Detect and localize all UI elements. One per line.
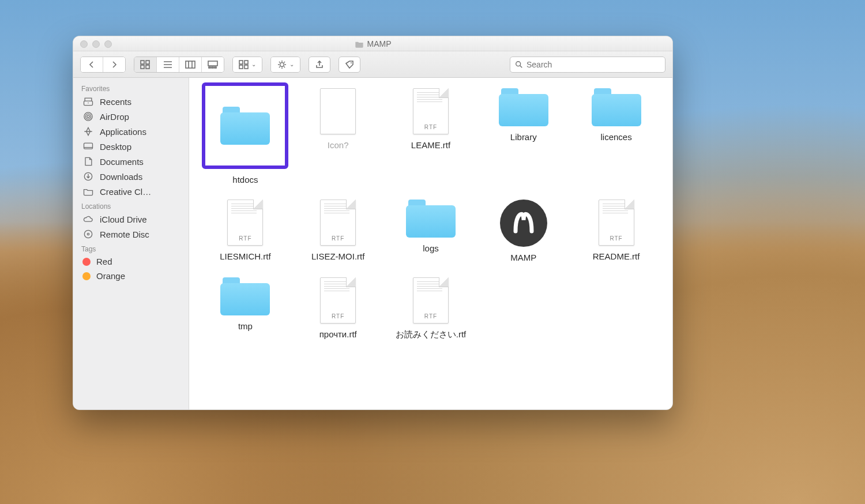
tag-dot-icon [82,272,91,280]
folder-icon [406,200,456,238]
column-view-button[interactable] [179,57,201,72]
nav-buttons [80,57,126,73]
svg-rect-11 [239,65,243,69]
file-icon-wrap: RTF [298,277,378,324]
cloud-icon [82,214,94,224]
file-icon-wrap: RTF [298,200,378,246]
file-item[interactable]: Icon? [295,88,382,185]
group-by-button[interactable]: ⌄ [233,57,262,72]
recents-icon [82,96,94,107]
sidebar-item-tag-orange[interactable]: Orange [73,269,189,283]
titlebar[interactable]: MAMP [73,36,672,51]
svg-point-15 [516,61,521,66]
sidebar-item-creative-cloud[interactable]: Creative Cl… [73,184,189,199]
tag-dot-icon [82,258,91,266]
tags-button[interactable] [339,57,360,73]
applications-icon [82,126,94,137]
svg-rect-4 [186,61,195,68]
sidebar-item-label: Orange [96,271,125,281]
action-button[interactable]: ⌄ [271,57,300,72]
zoom-button[interactable] [104,40,112,48]
file-item[interactable]: RTFREADME.rtf [573,200,660,262]
svg-rect-10 [245,61,248,64]
svg-point-17 [88,103,89,104]
file-icon-wrap: RTF [576,200,657,246]
file-name: MAMP [510,253,536,262]
file-name: お読みください.rtf [396,329,467,340]
sidebar-item-remote-disc[interactable]: Remote Disc [73,227,189,242]
back-button[interactable] [81,57,103,72]
icon-view-button[interactable] [134,57,156,72]
file-icon-wrap [576,88,657,126]
sidebar-item-desktop[interactable]: Desktop [73,139,189,154]
file-item[interactable]: tmp [202,277,289,340]
disc-icon [82,229,94,239]
file-name: Library [510,132,537,142]
svg-rect-2 [141,65,144,69]
view-mode-buttons [134,57,224,73]
forward-button[interactable] [103,57,125,72]
search-field[interactable] [510,57,665,73]
sidebar-item-label: Desktop [100,142,131,152]
svg-rect-5 [208,61,217,66]
sidebar-item-airdrop[interactable]: AirDrop [73,109,189,124]
svg-rect-6 [209,67,210,68]
file-item[interactable]: htdocs [202,88,289,185]
sidebar-section-favorites: Favorites [73,81,189,94]
svg-rect-12 [245,65,248,69]
file-name: LISEZ-MOI.rtf [311,251,365,261]
file-item[interactable]: MAMP [480,200,567,262]
sidebar-item-label: Applications [100,127,146,137]
desktop-background: MAMP ⌄ ⌄ [0,0,865,504]
gallery-view-button[interactable] [201,57,224,72]
svg-point-13 [280,62,284,66]
search-input[interactable] [526,60,660,69]
file-item[interactable]: logs [388,200,475,262]
rtf-file-icon: RTF [320,200,356,246]
svg-rect-3 [146,65,149,69]
folder-icon [220,107,270,145]
folder-icon [220,277,270,315]
list-view-button[interactable] [156,57,179,72]
svg-rect-9 [239,61,243,64]
file-icon-wrap: RTF [390,277,471,324]
file-icon-wrap [483,200,564,247]
sidebar-item-recents[interactable]: Recents [73,94,189,109]
file-icon-wrap [390,200,471,238]
file-item[interactable]: RTFпрочти.rtf [295,277,382,340]
svg-rect-21 [84,143,93,149]
rtf-file-icon: RTF [413,277,449,324]
traffic-lights [80,40,112,48]
content-area[interactable]: htdocsIcon?RTFLEAME.rtfLibrarylicencesRT… [189,78,672,409]
file-name: LIESMICH.rtf [220,251,270,261]
file-name: Icon? [328,140,349,150]
group-menu: ⌄ [232,57,262,73]
file-item[interactable]: RTFLISEZ-MOI.rtf [295,200,382,262]
svg-point-24 [87,233,89,235]
sidebar-section-tags: Tags [73,242,189,254]
sidebar-item-label: Documents [100,157,144,167]
chevron-down-icon: ⌄ [251,61,256,67]
share-button[interactable] [309,57,330,73]
folder-icon [82,186,94,197]
file-name: прочти.rtf [319,329,357,339]
sidebar-item-icloud[interactable]: iCloud Drive [73,212,189,227]
file-item[interactable]: RTFLIESMICH.rtf [202,200,289,262]
file-item[interactable]: RTFお読みください.rtf [388,277,475,340]
file-item[interactable]: RTFLEAME.rtf [388,88,475,185]
sidebar-item-label: Downloads [100,172,142,182]
file-item[interactable]: Library [480,88,567,185]
sidebar-item-applications[interactable]: Applications [73,124,189,139]
sidebar-item-documents[interactable]: Documents [73,154,189,169]
file-name: htdocs [232,175,258,185]
close-button[interactable] [80,40,88,48]
minimize-button[interactable] [92,40,100,48]
sidebar-item-tag-red[interactable]: Red [73,254,189,269]
file-name: README.rtf [593,251,640,261]
sidebar-item-downloads[interactable]: Downloads [73,169,189,184]
svg-point-14 [351,62,352,63]
file-item[interactable]: licences [573,88,660,185]
rtf-file-icon: RTF [227,200,263,246]
file-icon-wrap: RTF [390,88,471,134]
svg-rect-0 [141,61,144,64]
